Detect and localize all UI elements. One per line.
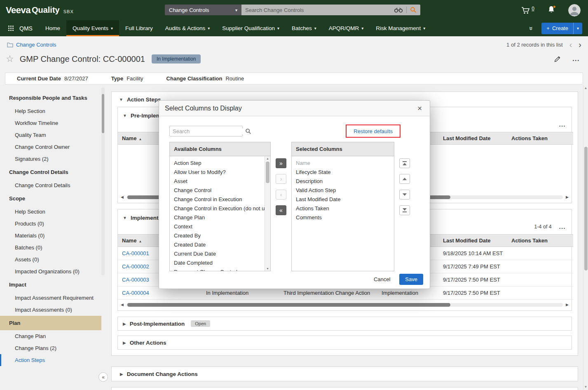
scrollbar-track[interactable] [127, 303, 563, 307]
section-effectiveness-check[interactable]: ▶ Effectiveness Check [111, 387, 578, 390]
scrollbar-thumb[interactable] [127, 303, 450, 307]
scroll-right-icon[interactable]: ▶ [566, 195, 569, 199]
sidebar-item-change-plans[interactable]: Change Plans (2) [0, 342, 101, 354]
tab-audits-actions[interactable]: Audits & Actions ▾ [159, 20, 216, 36]
selected-column-option[interactable]: Last Modified Date [292, 195, 394, 204]
section-document-change-actions[interactable]: ▶ Document Change Actions [111, 367, 578, 381]
sidebar-item-assets[interactable]: Assets (0) [0, 254, 101, 265]
save-button[interactable]: Save [399, 274, 423, 285]
tab-full-library[interactable]: Full Library [119, 20, 159, 36]
sidebar-item-materials[interactable]: Materials (0) [0, 230, 101, 242]
notifications-bell-icon[interactable] [548, 5, 555, 15]
tab-supplier-qualification[interactable]: Supplier Qualification ▾ [216, 20, 286, 36]
tab-risk-management[interactable]: Risk Management ▾ [370, 20, 431, 36]
favorite-star-icon[interactable]: ☆ [6, 54, 14, 64]
selected-column-option[interactable]: Actions Taken [292, 204, 394, 213]
section-menu-icon[interactable]: ... [559, 223, 566, 230]
section-menu-icon[interactable]: ... [559, 121, 566, 128]
subsection-post-implementation[interactable]: ▶ Post-Implementation Open [117, 317, 572, 331]
more-tabs-icon[interactable]: » [528, 26, 535, 30]
sidebar-item-change-control-details[interactable]: Change Control Details [0, 179, 101, 191]
cancel-button[interactable]: Cancel [374, 276, 390, 282]
next-record-icon[interactable]: › [579, 41, 581, 48]
cart-button[interactable]: 0 [521, 6, 534, 15]
available-column-option[interactable]: Created Date [170, 240, 270, 249]
advanced-search-icon[interactable] [394, 7, 403, 13]
search-scope-dropdown[interactable]: Change Controls ▾ [165, 5, 241, 15]
available-column-option[interactable]: Change Plan [170, 213, 270, 222]
collapse-sidebar-button[interactable]: « [98, 372, 108, 382]
sidebar-item-signatures[interactable]: Signatures (2) [0, 153, 101, 165]
column-search-input[interactable] [173, 128, 245, 134]
move-left-button[interactable]: ‹ [276, 190, 286, 200]
edit-pencil-icon[interactable] [554, 56, 561, 63]
scroll-left-icon[interactable]: ◀ [121, 303, 124, 307]
scroll-right-icon[interactable]: ▶ [566, 303, 569, 307]
scrollbar-thumb[interactable] [584, 147, 588, 270]
move-right-button[interactable]: › [276, 174, 286, 184]
sidebar-item-help-section[interactable]: Help Section [0, 105, 101, 117]
available-column-option[interactable]: Current Due Date [170, 249, 270, 258]
create-dropdown-caret[interactable]: ▾ [574, 23, 582, 34]
available-column-option[interactable]: Date Completed [170, 258, 270, 268]
move-to-top-button[interactable] [399, 158, 410, 168]
close-icon[interactable]: × [415, 104, 424, 113]
sidebar-scrollbar[interactable] [101, 87, 105, 275]
sidebar-item-workflow-timeline[interactable]: Workflow Timeline [0, 117, 101, 129]
available-column-option[interactable]: Asset [170, 177, 270, 186]
sidebar-item-help-section-scope[interactable]: Help Section [0, 206, 101, 218]
column-header-last-modified-date[interactable]: Last Modified Date [439, 132, 507, 145]
previous-record-icon[interactable]: ‹ [569, 41, 572, 48]
available-column-option[interactable]: Change Control in Execution (do not use) [170, 204, 270, 213]
selected-column-option[interactable]: Valid Action Step [292, 186, 394, 195]
create-button-main[interactable]: + Create [541, 23, 574, 34]
subsection-other-actions[interactable]: ▶ Other Actions [117, 336, 572, 350]
sidebar-scrollbar-thumb[interactable] [102, 94, 104, 133]
sidebar-item-impact-assessments[interactable]: Impact Assessments (0) [0, 304, 101, 316]
sidebar-item-change-plan[interactable]: Change Plan [0, 330, 101, 342]
move-all-left-button[interactable]: « [276, 205, 286, 215]
available-column-option[interactable]: Allow User to Modify? [170, 168, 270, 177]
selected-column-option[interactable]: Description [292, 177, 394, 186]
search-input[interactable] [245, 7, 394, 13]
sidebar-item-action-steps[interactable]: Action Steps [0, 354, 101, 366]
available-column-option[interactable]: Created By [170, 231, 270, 240]
move-all-right-button[interactable]: » [276, 158, 286, 168]
scroll-up-icon[interactable]: ▲ [265, 157, 270, 160]
sidebar-item-impacted-organizations[interactable]: Impacted Organizations (0) [0, 265, 101, 277]
move-to-bottom-button[interactable] [399, 205, 410, 215]
scrollbar-thumb[interactable] [266, 162, 269, 183]
app-switcher-grid-icon[interactable] [4, 20, 18, 36]
tab-apqr-qmr[interactable]: APQR/QMR ▾ [323, 20, 370, 36]
selected-column-option[interactable]: Lifecycle State [292, 168, 394, 177]
breadcrumb-link[interactable]: Change Controls [16, 42, 56, 48]
scroll-up-icon[interactable]: ▲ [583, 86, 588, 90]
available-column-option[interactable]: Context [170, 222, 270, 231]
restore-defaults-link[interactable]: Restore defaults [354, 128, 393, 134]
column-header-last-modified-date[interactable]: Last Modified Date [439, 235, 507, 247]
tab-home[interactable]: Home [39, 20, 66, 36]
tab-batches[interactable]: Batches ▾ [286, 20, 323, 36]
column-header-actions-taken[interactable]: Actions Taken [507, 235, 573, 247]
move-down-button[interactable] [399, 190, 410, 200]
sidebar-item-change-control-owner[interactable]: Change Control Owner [0, 141, 101, 153]
available-column-option[interactable]: Change Control [170, 186, 270, 195]
search-icon[interactable] [410, 7, 417, 13]
tab-quality-events[interactable]: Quality Events ▾ [66, 20, 119, 36]
column-header-actions-taken[interactable]: Actions Taken [507, 132, 573, 145]
move-up-button[interactable] [399, 174, 410, 184]
search-icon[interactable] [245, 128, 251, 134]
available-column-option[interactable]: Action Step [170, 159, 270, 168]
available-column-option[interactable]: Change Control in Execution [170, 195, 270, 204]
scroll-left-icon[interactable]: ◀ [121, 195, 124, 199]
selected-column-option[interactable]: Comments [292, 213, 394, 222]
avatar[interactable] [568, 4, 581, 16]
record-actions-menu-icon[interactable]: ... [572, 55, 580, 63]
sidebar-item-impact-assessment-requirement[interactable]: Impact Assessment Requirement [0, 292, 101, 304]
sidebar-item-batches[interactable]: Batches (0) [0, 242, 101, 254]
listbox-scrollbar[interactable]: ▲ ▼ [265, 156, 270, 271]
sidebar-item-products[interactable]: Products (0) [0, 218, 101, 230]
page-scrollbar[interactable]: ▲ ▼ [583, 85, 588, 390]
sidebar-item-quality-team[interactable]: Quality Team [0, 129, 101, 141]
scroll-down-icon[interactable]: ▼ [583, 385, 588, 389]
